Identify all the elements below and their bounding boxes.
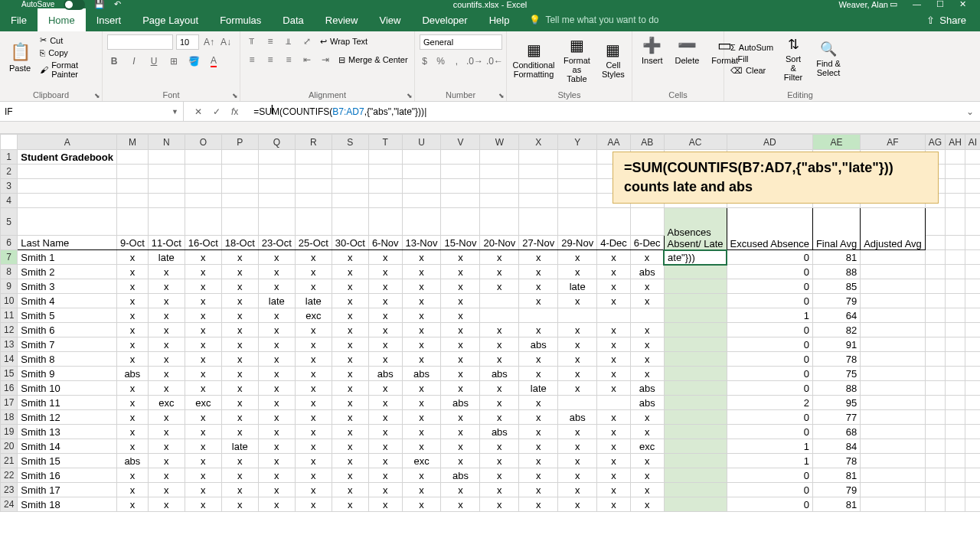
col-header[interactable]: Y bbox=[558, 135, 597, 150]
excused-cell[interactable]: 0 bbox=[727, 265, 812, 279]
attendance-cell[interactable]: abs bbox=[116, 367, 148, 381]
attendance-cell[interactable]: x bbox=[441, 381, 480, 396]
col-header[interactable]: AH bbox=[946, 135, 965, 150]
row-header[interactable]: 17 bbox=[1, 396, 18, 410]
attendance-cell[interactable]: x bbox=[630, 337, 664, 352]
row-header[interactable]: 1 bbox=[1, 150, 18, 165]
align-middle-icon[interactable]: ≡ bbox=[263, 34, 277, 48]
attendance-cell[interactable]: x bbox=[368, 425, 402, 439]
attendance-cell[interactable]: x bbox=[185, 265, 221, 279]
attendance-cell[interactable]: x bbox=[368, 381, 402, 396]
adjusted-avg-cell[interactable] bbox=[861, 439, 926, 454]
attendance-cell[interactable]: x bbox=[116, 396, 148, 410]
attendance-cell[interactable]: x bbox=[148, 497, 185, 512]
attendance-cell[interactable]: x bbox=[597, 323, 631, 337]
attendance-cell[interactable]: x bbox=[519, 483, 558, 497]
attendance-cell[interactable]: x bbox=[368, 323, 402, 337]
attendance-cell[interactable]: x bbox=[185, 250, 221, 265]
attendance-cell[interactable]: abs bbox=[480, 425, 519, 439]
attendance-cell[interactable]: x bbox=[441, 294, 480, 308]
attendance-cell[interactable]: x bbox=[258, 439, 295, 454]
wrap-text-button[interactable]: ↩Wrap Text bbox=[318, 36, 369, 47]
attendance-cell[interactable]: x bbox=[185, 352, 221, 367]
attendance-cell[interactable]: x bbox=[519, 323, 558, 337]
absent-late-cell[interactable] bbox=[664, 381, 727, 396]
attendance-cell[interactable]: x bbox=[295, 337, 332, 352]
attendance-cell[interactable]: x bbox=[630, 294, 664, 308]
excused-cell[interactable]: 1 bbox=[727, 439, 812, 454]
attendance-cell[interactable]: abs bbox=[368, 367, 402, 381]
tab-formulas[interactable]: Formulas bbox=[209, 8, 272, 31]
attendance-cell[interactable]: x bbox=[332, 337, 368, 352]
ribbon-options-icon[interactable]: ▭ bbox=[890, 0, 897, 9]
attendance-cell[interactable]: x bbox=[116, 497, 148, 512]
col-header[interactable]: AB bbox=[630, 135, 664, 150]
attendance-cell[interactable]: x bbox=[148, 468, 185, 483]
absent-late-cell[interactable] bbox=[664, 497, 727, 512]
fx-icon[interactable]: fx bbox=[231, 106, 238, 117]
excused-cell[interactable]: 0 bbox=[727, 381, 812, 396]
attendance-cell[interactable]: abs bbox=[480, 367, 519, 381]
select-all-corner[interactable] bbox=[1, 135, 18, 150]
attendance-cell[interactable]: x bbox=[441, 483, 480, 497]
attendance-cell[interactable]: x bbox=[148, 381, 185, 396]
attendance-cell[interactable]: x bbox=[185, 497, 221, 512]
attendance-cell[interactable]: x bbox=[116, 323, 148, 337]
currency-icon[interactable]: $ bbox=[420, 54, 430, 68]
attendance-cell[interactable]: x bbox=[558, 468, 597, 483]
row-header[interactable]: 8 bbox=[1, 265, 18, 279]
attendance-cell[interactable]: x bbox=[480, 323, 519, 337]
tab-data[interactable]: Data bbox=[272, 8, 314, 31]
absent-late-cell[interactable] bbox=[664, 367, 727, 381]
attendance-cell[interactable]: exc bbox=[295, 308, 332, 323]
attendance-cell[interactable]: late bbox=[258, 294, 295, 308]
alignment-dialog-launcher[interactable]: ⬊ bbox=[407, 92, 413, 99]
italic-button[interactable]: I bbox=[127, 54, 141, 68]
attendance-cell[interactable]: x bbox=[116, 468, 148, 483]
final-avg-cell[interactable]: 95 bbox=[812, 396, 860, 410]
attendance-cell[interactable]: x bbox=[558, 337, 597, 352]
col-header[interactable]: M bbox=[116, 135, 148, 150]
attendance-cell[interactable]: x bbox=[441, 410, 480, 425]
excused-cell[interactable]: 0 bbox=[727, 410, 812, 425]
attendance-cell[interactable]: abs bbox=[630, 381, 664, 396]
final-avg-cell[interactable]: 68 bbox=[812, 425, 860, 439]
student-name[interactable]: Smith 1 bbox=[18, 250, 117, 265]
row-header[interactable]: 11 bbox=[1, 308, 18, 323]
student-name[interactable]: Smith 13 bbox=[18, 425, 117, 439]
student-name[interactable]: Smith 15 bbox=[18, 454, 117, 468]
attendance-cell[interactable]: x bbox=[480, 381, 519, 396]
attendance-cell[interactable]: x bbox=[368, 454, 402, 468]
attendance-cell[interactable]: x bbox=[221, 497, 258, 512]
attendance-cell[interactable]: x bbox=[519, 439, 558, 454]
attendance-cell[interactable]: x bbox=[116, 381, 148, 396]
attendance-cell[interactable]: x bbox=[221, 294, 258, 308]
col-header[interactable]: AI bbox=[965, 135, 980, 150]
conditional-formatting-button[interactable]: ▦Conditional Formatting bbox=[511, 39, 556, 80]
attendance-cell[interactable]: x bbox=[441, 367, 480, 381]
final-avg-cell[interactable]: 75 bbox=[812, 367, 860, 381]
attendance-cell[interactable]: x bbox=[221, 396, 258, 410]
attendance-cell[interactable]: x bbox=[630, 352, 664, 367]
excused-cell[interactable]: 0 bbox=[727, 367, 812, 381]
tab-home[interactable]: Home bbox=[38, 8, 86, 31]
row-header[interactable]: 5 bbox=[1, 208, 18, 236]
attendance-cell[interactable]: late bbox=[221, 439, 258, 454]
attendance-cell[interactable]: x bbox=[221, 265, 258, 279]
attendance-cell[interactable] bbox=[558, 396, 597, 410]
attendance-cell[interactable]: x bbox=[441, 279, 480, 294]
attendance-cell[interactable]: x bbox=[185, 468, 221, 483]
attendance-cell[interactable]: x bbox=[597, 337, 631, 352]
clipboard-dialog-launcher[interactable]: ⬊ bbox=[94, 92, 100, 99]
font-size-input[interactable] bbox=[176, 34, 199, 50]
adjusted-avg-cell[interactable] bbox=[861, 250, 926, 265]
col-header[interactable]: N bbox=[148, 135, 185, 150]
attendance-cell[interactable]: x bbox=[558, 323, 597, 337]
date-header[interactable]: 11-Oct bbox=[148, 236, 185, 250]
attendance-cell[interactable]: exc bbox=[402, 454, 441, 468]
attendance-cell[interactable]: x bbox=[519, 279, 558, 294]
name-box[interactable]: IF ▼ bbox=[0, 102, 184, 121]
attendance-cell[interactable]: x bbox=[295, 454, 332, 468]
attendance-cell[interactable]: x bbox=[295, 265, 332, 279]
attendance-cell[interactable]: x bbox=[221, 323, 258, 337]
